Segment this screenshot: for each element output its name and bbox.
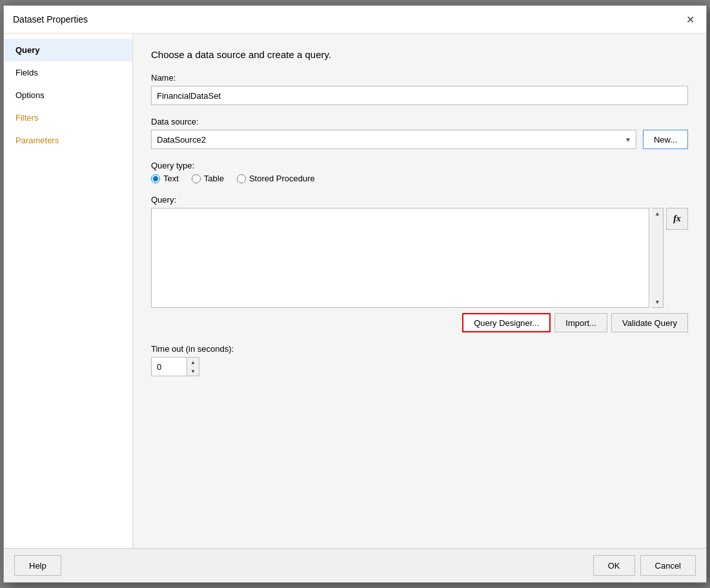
close-button[interactable]: ✕ — [683, 12, 697, 26]
radio-storedproc-label: Stored Procedure — [249, 174, 315, 183]
radio-text-input[interactable] — [151, 174, 160, 183]
sidebar: Query Fields Options Filters Parameters — [4, 34, 133, 548]
scroll-up-icon[interactable]: ▲ — [653, 208, 663, 219]
datasource-section: Data source: DataSource2 ▼ New... — [151, 117, 688, 149]
timeout-spinner: ▲ ▼ — [187, 357, 199, 376]
dataset-properties-dialog: Dataset Properties ✕ Query Fields Option… — [3, 5, 707, 583]
radio-text-option[interactable]: Text — [151, 174, 179, 183]
query-type-label: Query type: — [151, 161, 688, 170]
sidebar-item-options[interactable]: Options — [4, 84, 132, 106]
sidebar-item-filters[interactable]: Filters — [4, 106, 132, 129]
datasource-select-wrapper: DataSource2 ▼ — [151, 130, 636, 149]
cancel-button[interactable]: Cancel — [640, 555, 696, 576]
validate-query-button[interactable]: Validate Query — [611, 313, 688, 332]
timeout-label: Time out (in seconds): — [151, 344, 688, 354]
import-button[interactable]: Import... — [554, 313, 607, 332]
spin-up-button[interactable]: ▲ — [187, 358, 199, 367]
dialog-body: Query Fields Options Filters Parameters … — [4, 34, 706, 548]
spin-down-button[interactable]: ▼ — [187, 367, 199, 376]
radio-table-option[interactable]: Table — [192, 174, 224, 183]
radio-storedproc-option[interactable]: Stored Procedure — [237, 174, 315, 183]
ok-button[interactable]: OK — [593, 555, 635, 576]
datasource-row: DataSource2 ▼ New... — [151, 130, 688, 149]
query-textarea[interactable] — [151, 208, 649, 308]
query-designer-button[interactable]: Query Designer... — [462, 313, 551, 332]
new-datasource-button[interactable]: New... — [643, 130, 688, 149]
dialog-title: Dataset Properties — [13, 14, 88, 25]
query-type-section: Query type: Text Table Stored Procedure — [151, 161, 688, 183]
query-label: Query: — [151, 195, 688, 205]
query-buttons: Query Designer... Import... Validate Que… — [151, 313, 688, 332]
radio-table-label: Table — [204, 174, 224, 183]
title-bar: Dataset Properties ✕ — [4, 6, 706, 34]
main-content: Choose a data source and create a query.… — [133, 34, 706, 548]
fx-button[interactable]: fx — [666, 208, 688, 230]
name-input[interactable] — [151, 86, 688, 105]
timeout-input-wrapper: ▲ ▼ — [151, 357, 688, 376]
query-scrollbar: ▲ ▼ — [652, 208, 664, 308]
query-section: Query: ▲ ▼ fx Query Designer... Import..… — [151, 195, 688, 332]
dialog-footer: Help OK Cancel — [4, 548, 706, 582]
name-label: Name: — [151, 73, 688, 83]
datasource-select[interactable]: DataSource2 — [151, 130, 636, 149]
query-area-wrapper: ▲ ▼ fx — [151, 208, 688, 308]
help-button[interactable]: Help — [14, 555, 61, 576]
sidebar-item-parameters[interactable]: Parameters — [4, 129, 132, 152]
name-section: Name: — [151, 73, 688, 105]
radio-table-input[interactable] — [192, 174, 201, 183]
sidebar-item-query[interactable]: Query — [4, 39, 132, 61]
timeout-input[interactable] — [151, 357, 187, 376]
page-subtitle: Choose a data source and create a query. — [151, 49, 688, 60]
sidebar-item-fields[interactable]: Fields — [4, 61, 132, 84]
footer-right: OK Cancel — [593, 555, 696, 576]
timeout-section: Time out (in seconds): ▲ ▼ — [151, 344, 688, 376]
radio-storedproc-input[interactable] — [237, 174, 246, 183]
scroll-down-icon[interactable]: ▼ — [653, 297, 663, 307]
query-type-radio-group: Text Table Stored Procedure — [151, 174, 688, 183]
datasource-label: Data source: — [151, 117, 688, 127]
radio-text-label: Text — [163, 174, 179, 183]
